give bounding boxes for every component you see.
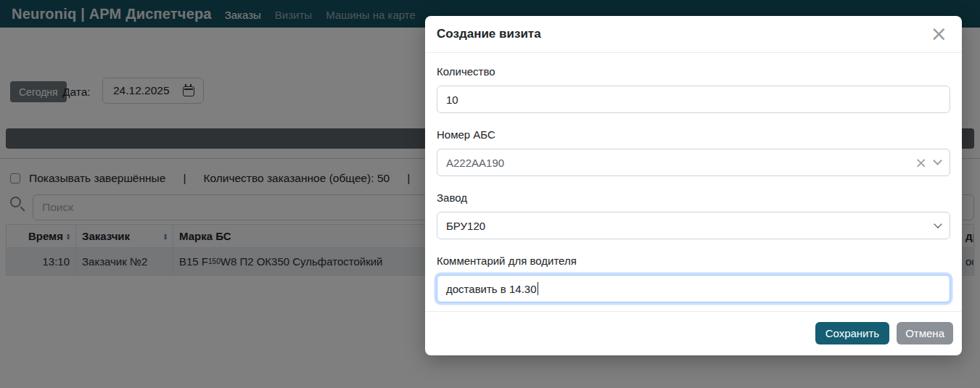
modal-title: Создание визита <box>437 27 541 41</box>
save-button[interactable]: Сохранить <box>815 322 890 344</box>
quantity-label: Количество <box>437 65 950 79</box>
abs-number-combobox[interactable]: А222АА190 × <box>437 149 950 176</box>
cancel-button[interactable]: Отмена <box>897 322 953 344</box>
modal-footer: Сохранить Отмена <box>425 311 962 355</box>
chevron-down-icon <box>934 220 942 228</box>
modal-body: Количество 10 Номер АБС А222АА190 × Заво… <box>425 53 962 311</box>
text-caret <box>538 282 539 295</box>
driver-comment-group: Комментарий для водителя доставить в 14.… <box>437 254 950 302</box>
clear-icon[interactable]: × <box>915 155 927 170</box>
abs-number-group: Номер АБС А222АА190 × <box>437 128 950 176</box>
modal-header: Создание визита × <box>425 16 962 53</box>
plant-select[interactable]: БРУ120 <box>437 212 950 239</box>
quantity-input[interactable]: 10 <box>437 86 950 113</box>
quantity-group: Количество 10 <box>437 65 950 113</box>
plant-label: Завод <box>437 191 950 205</box>
driver-comment-input[interactable]: доставить в 14.30 <box>437 275 950 302</box>
driver-comment-label: Комментарий для водителя <box>437 254 950 268</box>
chevron-down-icon[interactable] <box>933 156 942 165</box>
abs-number-label: Номер АБС <box>437 128 950 142</box>
plant-group: Завод БРУ120 <box>437 191 950 239</box>
create-visit-modal: Создание визита × Количество 10 Номер АБ… <box>425 16 962 355</box>
page: Neuroniq | АРМ Диспетчера Заказы Визиты … <box>0 0 980 388</box>
close-icon[interactable]: × <box>928 27 950 41</box>
